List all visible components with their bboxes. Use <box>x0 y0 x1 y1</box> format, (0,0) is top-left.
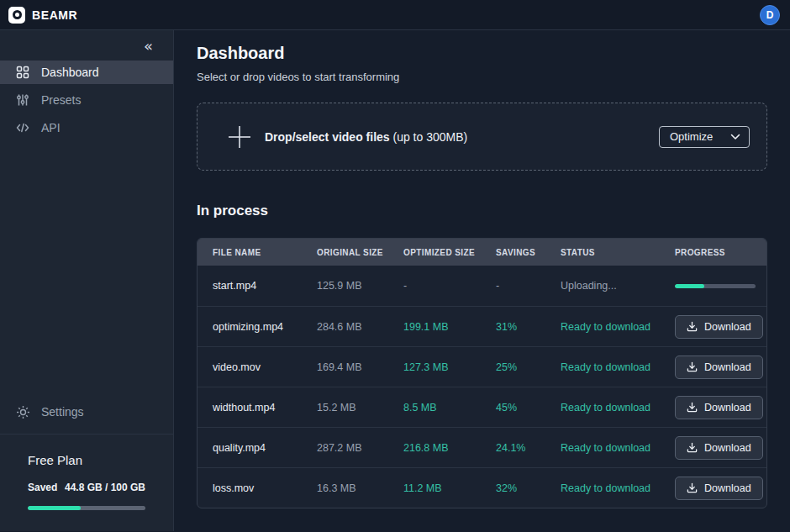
col-header-optimized-size: OPTIMIZED SIZE <box>388 248 481 257</box>
cell-status: Ready to download <box>545 402 660 413</box>
cell-status: Ready to download <box>545 482 660 494</box>
sidebar-collapse-icon[interactable]: « <box>140 37 156 55</box>
cell-savings: - <box>481 280 545 292</box>
col-header-file-name: FILE NAME <box>198 248 302 257</box>
download-button-label: Download <box>704 442 751 454</box>
plan-saved-label: Saved <box>28 482 57 493</box>
top-bar: BEAMR D <box>0 0 790 30</box>
table-row: quality.mp4 287.2 MB 216.8 MB 24.1% Read… <box>198 427 766 467</box>
cell-optimized-size: 216.8 MB <box>388 442 481 454</box>
col-header-savings: SAVINGS <box>481 248 545 257</box>
cell-optimized-size: 127.3 MB <box>388 361 481 373</box>
process-table: FILE NAME ORIGINAL SIZE OPTIMIZED SIZE S… <box>197 238 767 508</box>
cell-original-size: 169.4 MB <box>302 361 388 373</box>
main-content: Dashboard Select or drop videos to start… <box>174 30 790 531</box>
download-icon <box>687 361 698 372</box>
download-icon <box>687 321 698 332</box>
cell-optimized-size: 11.2 MB <box>388 482 481 494</box>
cell-file-name: start.mp4 <box>198 280 302 292</box>
download-button[interactable]: Download <box>675 356 763 379</box>
table-row: optimizing.mp4 284.6 MB 199.1 MB 31% Rea… <box>198 306 766 346</box>
cell-file-name: video.mov <box>198 361 302 373</box>
download-button[interactable]: Download <box>675 396 763 419</box>
sidebar-item-presets[interactable]: Presets <box>0 88 173 112</box>
cell-original-size: 125.9 MB <box>302 280 388 292</box>
file-dropzone[interactable]: Drop/select video files (up to 300MB) Op… <box>197 103 767 171</box>
table-header-row: FILE NAME ORIGINAL SIZE OPTIMIZED SIZE S… <box>198 239 766 266</box>
table-body: start.mp4 125.9 MB - - Uploading... opti… <box>198 266 766 508</box>
cell-status: Ready to download <box>545 361 660 373</box>
brand-name: BEAMR <box>32 8 77 22</box>
sidebar-nav: Dashboard Presets <box>0 61 173 144</box>
download-icon <box>687 442 698 453</box>
download-icon <box>687 402 698 413</box>
page-subtitle: Select or drop videos to start transform… <box>197 71 767 83</box>
cell-progress: Download <box>660 477 766 500</box>
cell-savings: 24.1% <box>481 442 545 454</box>
upload-progress-fill <box>675 284 704 288</box>
cell-savings: 45% <box>481 402 545 413</box>
cell-status: Ready to download <box>545 321 660 333</box>
sidebar-item-settings[interactable]: Settings <box>0 400 173 424</box>
cell-status: Uploading... <box>545 280 660 292</box>
upload-progress-bar <box>675 284 756 288</box>
cell-original-size: 287.2 MB <box>302 442 388 454</box>
action-select[interactable]: Optimize <box>659 126 750 148</box>
download-button[interactable]: Download <box>675 477 763 500</box>
plus-icon <box>214 124 265 150</box>
cell-file-name: optimizing.mp4 <box>198 321 302 333</box>
download-icon <box>687 482 698 493</box>
download-button[interactable]: Download <box>675 315 763 339</box>
in-process-title: In process <box>197 203 767 219</box>
chevron-down-icon <box>730 134 740 140</box>
sidebar-item-label: API <box>41 121 61 134</box>
cell-savings: 25% <box>481 361 545 373</box>
cell-savings: 32% <box>481 482 545 494</box>
download-button-label: Download <box>704 321 751 333</box>
table-row: widthout.mp4 15.2 MB 8.5 MB 45% Ready to… <box>198 387 766 427</box>
cell-optimized-size: 199.1 MB <box>388 321 481 333</box>
sliders-icon <box>15 93 30 107</box>
sidebar: « Dashboard <box>0 30 174 531</box>
cell-optimized-size: - <box>388 280 481 292</box>
beamr-logo-icon <box>8 7 25 24</box>
col-header-progress: PROGRESS <box>660 248 766 257</box>
download-button[interactable]: Download <box>675 436 763 460</box>
cell-progress: Download <box>660 436 766 460</box>
table-row: start.mp4 125.9 MB - - Uploading... <box>198 266 766 306</box>
grid-icon <box>15 66 30 79</box>
cell-original-size: 16.3 MB <box>302 482 388 494</box>
cell-progress: Download <box>660 396 766 419</box>
brand: BEAMR <box>8 7 77 24</box>
plan-title: Free Plan <box>28 453 145 467</box>
table-row: loss.mov 16.3 MB 11.2 MB 32% Ready to do… <box>198 467 766 508</box>
plan-progress-fill <box>28 506 81 510</box>
cell-savings: 31% <box>481 321 545 333</box>
cell-status: Ready to download <box>545 442 660 454</box>
sidebar-item-api[interactable]: API <box>0 116 173 140</box>
action-select-value: Optimize <box>670 130 713 143</box>
cell-progress: Download <box>660 356 766 379</box>
cell-file-name: widthout.mp4 <box>198 402 302 413</box>
cell-file-name: loss.mov <box>198 482 302 494</box>
plan-section: Free Plan Saved 44.8 GB / 100 GB <box>0 434 173 531</box>
col-header-status: STATUS <box>545 248 660 257</box>
cell-file-name: quality.mp4 <box>198 442 302 454</box>
cell-original-size: 15.2 MB <box>302 402 388 413</box>
sidebar-item-label: Dashboard <box>41 66 99 79</box>
page-title: Dashboard <box>197 44 767 63</box>
download-button-label: Download <box>704 482 751 494</box>
download-button-label: Download <box>704 402 751 413</box>
col-header-original-size: ORIGINAL SIZE <box>302 248 388 257</box>
table-row: video.mov 169.4 MB 127.3 MB 25% Ready to… <box>198 346 766 387</box>
plan-progress-bar <box>28 506 145 510</box>
dropzone-label-note: (up to 300MB) <box>390 130 468 144</box>
sidebar-item-dashboard[interactable]: Dashboard <box>0 61 173 84</box>
user-avatar[interactable]: D <box>760 5 780 25</box>
gear-icon <box>15 405 30 419</box>
cell-progress <box>660 284 766 288</box>
cell-original-size: 284.6 MB <box>302 321 388 333</box>
sidebar-item-label: Settings <box>41 405 84 419</box>
dropzone-label: Drop/select video files (up to 300MB) <box>265 130 467 144</box>
download-button-label: Download <box>704 361 751 373</box>
